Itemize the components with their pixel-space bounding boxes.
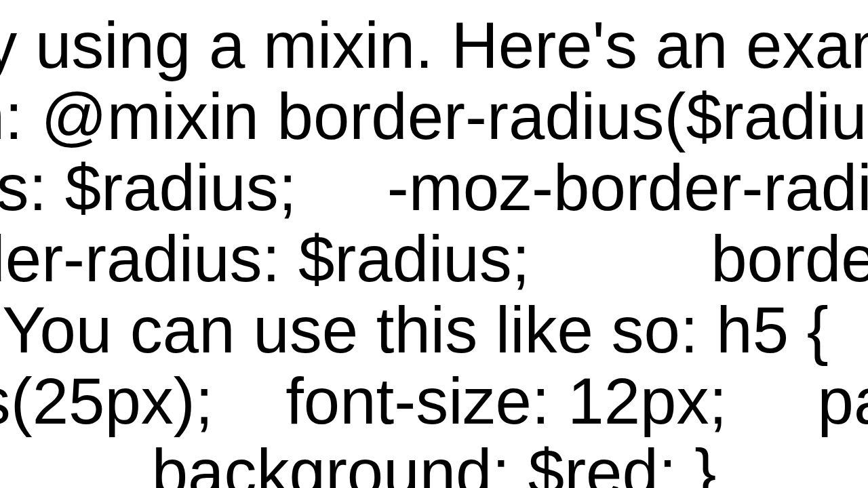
code-line-4: der-radius: $radius; border (0, 224, 868, 295)
code-line-2: n: @mixin border-radius($radius (0, 81, 868, 152)
text-viewport: ry using a mixin. Here's an exam n: @mix… (0, 0, 868, 488)
code-line-5: You can use this like so: h5 { (0, 295, 868, 366)
code-line-7: background: $red; } (152, 437, 717, 488)
code-line-1: ry using a mixin. Here's an exam (0, 10, 868, 81)
code-line-3: us: $radius; -moz-border-radiu (0, 152, 868, 224)
code-line-6: s(25px); font-size: 12px; pa (0, 366, 868, 437)
